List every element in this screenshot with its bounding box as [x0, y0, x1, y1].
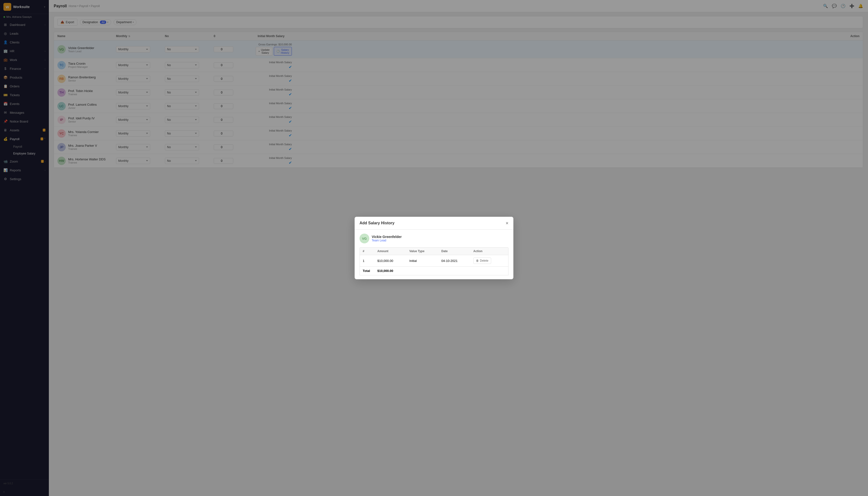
modal-user-role: Team Lead: [372, 239, 402, 242]
delete-button[interactable]: 🗑 Delete: [473, 258, 491, 264]
modal-overlay[interactable]: Add Salary History × VG Vickie Greenfeld…: [0, 0, 868, 496]
modal-table-data-row: 1 $10,000.00 Initial 04-10-2021 🗑 Delete: [360, 255, 508, 266]
modal-total-label: Total: [363, 269, 377, 273]
modal-total-row: Total $10,000.00: [360, 266, 508, 275]
modal-row-action: 🗑 Delete: [473, 258, 505, 264]
modal-table-header: # Amount Value Type Date Action: [360, 247, 508, 255]
modal-title: Add Salary History: [360, 221, 394, 225]
modal-row-num: 1: [363, 259, 377, 263]
modal-col-amount: Amount: [377, 249, 409, 253]
modal-col-date: Date: [441, 249, 473, 253]
modal-row-amount: $10,000.00: [377, 259, 409, 263]
modal-user-avatar: VG: [360, 234, 369, 243]
modal-col-action: Action: [473, 249, 505, 253]
salary-history-modal: Add Salary History × VG Vickie Greenfeld…: [355, 217, 513, 279]
modal-total-amount: $10,000.00: [377, 269, 409, 273]
modal-col-num: #: [363, 249, 377, 253]
modal-row-date: 04-10-2021: [441, 259, 473, 263]
modal-header: Add Salary History ×: [355, 217, 513, 230]
modal-close-button[interactable]: ×: [505, 221, 508, 226]
modal-body: VG Vickie Greenfelder Team Lead # Amount…: [355, 230, 513, 279]
trash-icon: 🗑: [476, 259, 479, 262]
modal-user-name: Vickie Greenfelder: [372, 235, 402, 239]
modal-row-value-type: Initial: [409, 259, 441, 263]
modal-user-info: VG Vickie Greenfelder Team Lead: [360, 234, 508, 243]
modal-col-value-type: Value Type: [409, 249, 441, 253]
